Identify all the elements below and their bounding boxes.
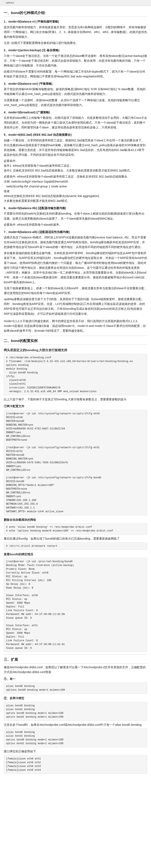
section-two-note: 以上只是个例子，下面的例子才是真正写bonding,大家仔细看各参数含义，需要重… [4, 397, 147, 402]
view-bond-title: 查看bond0的绑定情况 [4, 552, 147, 557]
ifcfg-eth0-config: [root@server ~]# cat /etc/sysconfig/netw… [4, 410, 147, 515]
restart-label: 重启后通过ifconfig，如果出现了bond0的接口则表示已完成bonding… [4, 536, 147, 541]
mode3-title: 4、mode=3(broadcast) (广播策略) [4, 110, 147, 115]
mode2-title: 3、mode=2(balance-xor) (平衡策略) [4, 81, 147, 86]
note-multi: 注意在多个bond时，如果在/etc/modprobe.conf或/etc/mo… [4, 722, 147, 727]
mode6-also: updelay参数必须被设置为某个大于0的值，其原因在于下面的问题: 当slav… [4, 297, 147, 316]
section-two-divider [4, 654, 147, 655]
mode4-title: 5、mode=4(802.3ad) (IEEE 802.3ad 动态链接聚合) [4, 132, 147, 137]
auto-load-title: 删除自动加载模块的网络 [4, 518, 147, 522]
section-one: 一、bond的七种模式介绍: 1、mode=0(balance-rr) (平衡抡… [4, 10, 147, 333]
bonding-modprobe-config: # /etc/modprobe.d/bonding.conf # filenam… [4, 354, 147, 395]
section-three-intro: 修改/etc/modprobe.d/dist.conf，如果想让了解更多可以看一… [4, 665, 147, 675]
restart-cmd: # /etc/rc.d/init.d/network restart [4, 542, 147, 550]
mode0-note: 注意: 此模式下需要配置网络交换机的端口进行链路聚合。 [4, 40, 147, 45]
mode-2-section: 3、mode=2(balance-xor) (平衡策略) 基于指定的传输HASH… [4, 81, 147, 107]
section-two: 二、bond的配置实例 网头里面定义的bonding,大部分发行版都支持 # /… [4, 338, 147, 652]
mode-1-section: 2、mode=1(active-backup) (主-备份策略) 只有一个sla… [4, 48, 147, 79]
sub2-title: ②、多网卡绑定 [4, 696, 147, 701]
main-title: 一、bond的七种模式介绍: [4, 10, 147, 17]
mode3-desc: 在所有的slave网口上传输每个数据包，此模式提供了容错能力，但是多数情况你不会… [4, 116, 147, 130]
mode5-note: 必要条件: ethtool支持获取每个slave的速率。 [4, 222, 147, 227]
mode6-note: 当某个链路被重新接上，或者一个新的slave加入到bond中，接收流量在所有当前… [4, 286, 147, 296]
mode-0-section: 1、mode=0(balance-rr) (平衡抡循环策略) 提供负载均衡和容错… [4, 19, 147, 45]
sub3-title-label: 接口绑定的正确姿势如下 [4, 749, 147, 754]
mode4-desc: 创建一个聚合组，分享同样的速率和双工设定。根据802.3ad规范将多个slave… [4, 138, 147, 157]
multi-bond-code: alias bond0 bonding alias bond1 bonding … [4, 702, 147, 721]
single-bond-code: alias bond0 bonding options bond0 bondin… [4, 682, 147, 694]
mode-3-section: 4、mode=3(broadcast) (广播策略) 在所有的slave网口上传… [4, 110, 147, 130]
mode5-desc: 不需要任何特别的switch(交换机)支持的通道bonding。在每个slave… [4, 211, 147, 221]
mode1-title: 2、mode=1(active-backup) (主-备份策略) [4, 48, 147, 53]
section-three-title: 三、扩展 [4, 657, 147, 663]
mode-summary: mode=0,1,2,3:不能进行跨越交换机，网卡的绑定监控某某不好，我们选用的… [4, 319, 147, 333]
mode0-desc: 提供负载均衡和容错能力，所有链接是被共享的，意思是当有n条网络连接时，分配到的网… [4, 25, 147, 39]
mode6-title: 7、mode=6(balance-alb) (适配器适应性负载均衡) [4, 230, 147, 234]
section-two-subtitle: 网头里面定义的bonding,大部分发行版都支持 [4, 348, 147, 353]
mode0-title: 1、mode=0(balance-rr) (平衡抡循环策略) [4, 19, 147, 24]
mode1-desc: 只有一个slave处于激活状态。当有一个处于激活状态的slave断开连接时，将有… [4, 54, 147, 68]
section-two-subtitle-text: 网头里面定义的bonding,大部分发行版都支持 [4, 348, 67, 352]
mode-4-section: 5、mode=4(802.3ad) (IEEE 802.3ad 动态链接聚合) … [4, 132, 147, 203]
mode2-desc: 基于指定的传输HASH策略传输数据包。缺省的策略是(源MAC地址 XOR 目标M… [4, 87, 147, 96]
sub1-title: ①、单一 [4, 677, 147, 681]
breadcrumb-text: options [6, 1, 14, 4]
mode4-extra: 必要条件: ethtool支持获取每个slave的速率和双工设定，交换机支持IE… [4, 174, 147, 203]
interface-bind-code: [female]slave eth0 eth1 [female]slave et… [4, 755, 147, 774]
mode1-note: 此模式中的slave不需要任何特殊配置，每一个网络端口都工作在full-dupl… [4, 69, 147, 79]
section-two-title: 二、bond的配置实例 [4, 338, 147, 345]
ifcfg-title: ①网卡配置文件 [4, 404, 147, 408]
mode5-title: 6、mode=5(balance-tlb) (适配器传输负载均衡) [4, 206, 147, 210]
mode4-note: 必要条件: 条件1: ethtool支持获取每个slave的速率和双工设定。 条… [4, 159, 147, 173]
multi-bond-code2: alias bond0 bonding alias bond1 bonding … [4, 728, 147, 747]
mode6-details: 来自服务器端的接收流量也会被均衡。当本机发送ARP请求时，bonding驱动把对… [4, 251, 147, 285]
mode6-desc: 该模式包含了balance-tlb模式，同时加上针对IPV4流量的接收负载均衡(… [4, 235, 147, 250]
view-bond-code: [root@server ~]# cat /proc/net/bonding/b… [4, 558, 147, 652]
mode2-note: 当需要新建一个连接时，依据slave的数量，从1到n个选择下一个网络端口连接。其… [4, 98, 147, 107]
breadcrumb-icon: 📄 [2, 1, 5, 4]
mode-5-section: 6、mode=5(balance-tlb) (适配器传输负载均衡) 不需要任何特… [4, 206, 147, 227]
section-divider [4, 336, 147, 336]
section-three: 三、扩展 修改/etc/modprobe.d/dist.conf，如果想让了解更… [4, 657, 147, 774]
auto-load-code: # echo 'alias bond0 bonding' >> /etc/mod… [4, 523, 147, 535]
mode-6-section: 7、mode=6(balance-alb) (适配器适应性负载均衡) 该模式包含… [4, 230, 147, 316]
breadcrumb-area: 📄 options [0, 0, 151, 6]
